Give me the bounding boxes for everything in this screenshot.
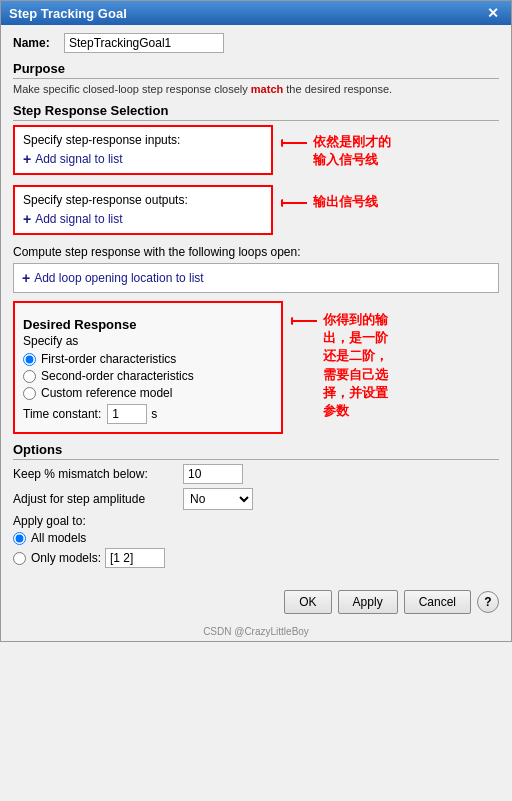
- radio-second-order: Second-order characteristics: [23, 369, 273, 383]
- time-const-unit: s: [151, 407, 157, 421]
- inputs-label: Specify step-response inputs:: [23, 133, 263, 147]
- time-const-input[interactable]: [107, 404, 147, 424]
- purpose-section: Purpose Make specific closed-loop step r…: [13, 61, 499, 95]
- radio-second-order-label[interactable]: Second-order characteristics: [41, 369, 194, 383]
- desired-arrow-icon: [291, 311, 319, 331]
- options-title: Options: [13, 442, 499, 457]
- purpose-desc-match: match: [251, 83, 283, 95]
- apply-to-section: Apply goal to: All models Only models:: [13, 514, 499, 568]
- purpose-desc-prefix: Make specific closed-loop step response …: [13, 83, 251, 95]
- inputs-annotation-group: 依然是刚才的输入信号线: [281, 133, 391, 169]
- title-bar: Step Tracking Goal ✕: [1, 1, 511, 25]
- inputs-annotation-text: 依然是刚才的输入信号线: [313, 133, 391, 169]
- dialog-body: Name: Purpose Make specific closed-loop …: [1, 25, 511, 584]
- step-response-title: Step Response Selection: [13, 103, 499, 118]
- inputs-box: Specify step-response inputs: + Add sign…: [13, 125, 273, 175]
- step-tracking-goal-dialog: Step Tracking Goal ✕ Name: Purpose Make …: [0, 0, 512, 642]
- inputs-arrow-icon: [281, 133, 309, 153]
- amplitude-label: Adjust for step amplitude: [13, 492, 183, 506]
- purpose-desc-suffix: the desired response.: [283, 83, 392, 95]
- ok-button[interactable]: OK: [284, 590, 331, 614]
- radio-first-order-label[interactable]: First-order characteristics: [41, 352, 176, 366]
- radio-custom-label[interactable]: Custom reference model: [41, 386, 172, 400]
- add-inputs-label: Add signal to list: [35, 152, 122, 166]
- close-button[interactable]: ✕: [483, 5, 503, 21]
- response-radio-group: First-order characteristics Second-order…: [23, 352, 273, 400]
- purpose-desc: Make specific closed-loop step response …: [13, 83, 499, 95]
- desired-annotation-group: 你得到的输出，是一阶还是二阶，需要自己选择，并设置参数: [291, 311, 388, 420]
- apply-only-models-input[interactable]: [105, 548, 165, 568]
- radio-custom-input[interactable]: [23, 387, 36, 400]
- outputs-arrow-icon: [281, 193, 309, 213]
- apply-to-label: Apply goal to:: [13, 514, 499, 528]
- outputs-annotation-group: 输出信号线: [281, 193, 378, 213]
- time-const-label: Time constant:: [23, 407, 101, 421]
- purpose-title: Purpose: [13, 61, 499, 76]
- cancel-button[interactable]: Cancel: [404, 590, 471, 614]
- mismatch-input[interactable]: [183, 464, 243, 484]
- add-outputs-button[interactable]: + Add signal to list: [23, 211, 263, 227]
- mismatch-row: Keep % mismatch below:: [13, 464, 499, 484]
- radio-first-order: First-order characteristics: [23, 352, 273, 366]
- desired-response-title: Desired Response: [23, 317, 273, 332]
- radio-custom: Custom reference model: [23, 386, 273, 400]
- radio-second-order-input[interactable]: [23, 370, 36, 383]
- apply-all-radio[interactable]: [13, 532, 26, 545]
- name-label: Name:: [13, 36, 58, 50]
- apply-all-label[interactable]: All models: [31, 531, 86, 545]
- outputs-label: Specify step-response outputs:: [23, 193, 263, 207]
- apply-only-radio[interactable]: [13, 552, 26, 565]
- outputs-box: Specify step-response outputs: + Add sig…: [13, 185, 273, 235]
- help-button[interactable]: ?: [477, 591, 499, 613]
- watermark: CSDN @CrazyLittleBoy: [1, 624, 511, 641]
- amplitude-row: Adjust for step amplitude No Yes: [13, 488, 499, 510]
- mismatch-label: Keep % mismatch below:: [13, 467, 183, 481]
- outputs-annotation-text: 输出信号线: [313, 193, 378, 211]
- radio-first-order-input[interactable]: [23, 353, 36, 366]
- apply-only-label[interactable]: Only models:: [31, 551, 101, 565]
- desired-response-wrapper: Desired Response Specify as First-order …: [13, 301, 499, 434]
- add-loop-label: Add loop opening location to list: [34, 271, 203, 285]
- add-inputs-button[interactable]: + Add signal to list: [23, 151, 263, 167]
- name-input[interactable]: [64, 33, 224, 53]
- options-section: Options Keep % mismatch below: Adjust fo…: [13, 442, 499, 568]
- step-response-section: Step Response Selection Specify step-res…: [13, 103, 499, 293]
- desired-annotation-text: 你得到的输出，是一阶还是二阶，需要自己选择，并设置参数: [323, 311, 388, 420]
- dialog-title: Step Tracking Goal: [9, 6, 127, 21]
- specify-label: Specify as: [23, 334, 273, 348]
- add-loop-button[interactable]: + Add loop opening location to list: [22, 270, 490, 286]
- amplitude-select[interactable]: No Yes: [183, 488, 253, 510]
- loop-label: Compute step response with the following…: [13, 245, 499, 259]
- footer: OK Apply Cancel ?: [1, 584, 511, 624]
- apply-all-row: All models: [13, 531, 499, 545]
- name-row: Name:: [13, 33, 499, 53]
- apply-button[interactable]: Apply: [338, 590, 398, 614]
- desired-response-section: Desired Response Specify as First-order …: [13, 301, 283, 434]
- loop-box: + Add loop opening location to list: [13, 263, 499, 293]
- add-outputs-label: Add signal to list: [35, 212, 122, 226]
- apply-only-row: Only models:: [13, 548, 499, 568]
- time-const-row: Time constant: s: [23, 404, 273, 424]
